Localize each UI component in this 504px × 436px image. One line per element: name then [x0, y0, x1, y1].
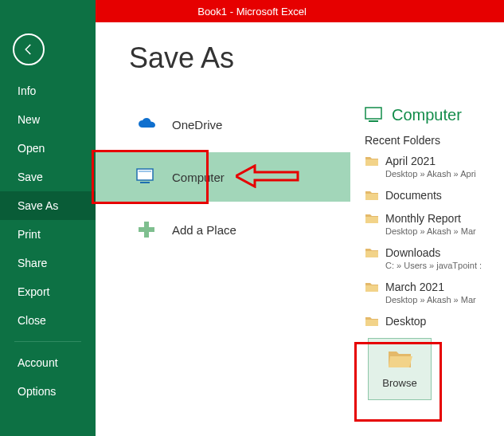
svg-rect-2 [139, 171, 151, 172]
browse-label: Browse [382, 377, 416, 389]
nav-export[interactable]: Export [0, 277, 96, 306]
folder-icon [365, 212, 379, 225]
folder-label: Monthly Report [385, 212, 476, 226]
folder-icon [365, 281, 379, 293]
folder-label: March 2021 [385, 281, 476, 294]
folder-desktop[interactable]: Desktop [365, 315, 488, 328]
svg-rect-6 [365, 108, 381, 119]
right-panel-header: Computer [365, 106, 488, 124]
place-computer-label: Computer [172, 171, 225, 184]
folder-april-2021[interactable]: April 2021 Desktop » Akash » Apri [365, 155, 488, 179]
folder-path: Desktop » Akash » Mar [385, 226, 476, 237]
folder-open-icon [387, 348, 412, 369]
titlebar: Book1 - Microsoft Excel [0, 0, 504, 22]
nav-save[interactable]: Save [0, 163, 96, 191]
page-title: Save As [129, 41, 496, 75]
folder-label: April 2021 [385, 155, 476, 168]
svg-rect-7 [369, 120, 378, 122]
folder-icon [365, 315, 379, 328]
nav-info[interactable]: Info [0, 77, 96, 105]
nav-account[interactable]: Account [0, 348, 96, 377]
browse-button[interactable]: Browse [368, 338, 432, 400]
nav-print[interactable]: Print [0, 220, 96, 249]
place-computer[interactable]: Computer [129, 161, 368, 193]
place-add[interactable]: Add a Place [129, 214, 368, 245]
folder-icon [365, 155, 379, 167]
plus-icon [135, 220, 158, 239]
right-panel: Computer Recent Folders April 2021 Deskt… [365, 106, 488, 400]
folder-label: Documents [385, 189, 442, 202]
folder-path: Desktop » Akash » Mar [385, 294, 476, 305]
titlebar-title: Book1 - Microsoft Excel [197, 6, 307, 18]
folder-march-2021[interactable]: March 2021 Desktop » Akash » Mar [365, 281, 488, 305]
folder-icon [365, 246, 379, 259]
svg-rect-1 [140, 182, 150, 183]
nav-close[interactable]: Close [0, 306, 96, 335]
folder-documents[interactable]: Documents [365, 189, 488, 202]
computer-icon [135, 168, 158, 186]
nav-options[interactable]: Options [0, 377, 96, 406]
nav-new[interactable]: New [0, 105, 96, 134]
recent-folders-label: Recent Folders [365, 134, 488, 147]
folder-path: C: » Users » javaTpoint : [385, 260, 482, 271]
titlebar-green-patch [0, 0, 96, 22]
nav-open[interactable]: Open [0, 134, 96, 163]
folder-path: Desktop » Akash » Apri [385, 168, 476, 179]
nav-save-as[interactable]: Save As [0, 191, 96, 220]
right-panel-title: Computer [392, 106, 462, 124]
folder-monthly-report[interactable]: Monthly Report Desktop » Akash » Mar [365, 212, 488, 237]
nav-share[interactable]: Share [0, 249, 96, 277]
place-onedrive-label: OneDrive [172, 118, 222, 132]
sidebar: Info New Open Save Save As Print Share E… [0, 22, 96, 436]
back-button[interactable] [13, 33, 45, 65]
onedrive-icon [135, 117, 158, 132]
svg-rect-4 [139, 227, 154, 232]
folder-icon [365, 189, 379, 202]
folder-label: Downloads [385, 246, 482, 260]
folder-label: Desktop [385, 315, 426, 328]
place-onedrive[interactable]: OneDrive [129, 108, 368, 140]
place-add-label: Add a Place [172, 223, 236, 237]
nav-divider [14, 341, 81, 342]
content: Save As OneDrive Computer [96, 22, 504, 436]
computer-icon [365, 107, 385, 124]
folder-downloads[interactable]: Downloads C: » Users » javaTpoint : [365, 246, 488, 271]
